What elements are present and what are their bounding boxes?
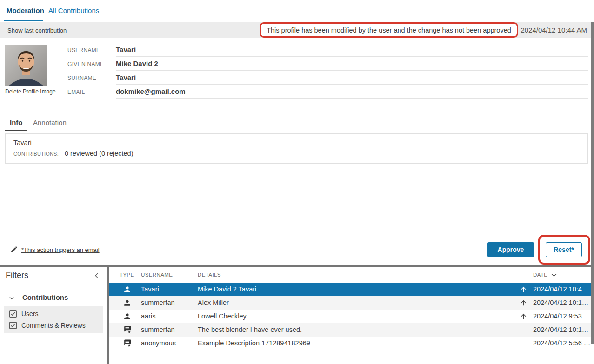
field-row-given-name: GIVEN NAME Mike David 2 (0, 57, 594, 71)
approve-button[interactable]: Approve (487, 242, 534, 257)
table-header: TYPE USERNAME DETAILS DATE (109, 267, 591, 283)
row-username: aaris (141, 310, 155, 323)
warning-text: This profile has been modified by the us… (267, 26, 511, 34)
filter-option-label: Users (21, 310, 39, 318)
email-label: EMAIL (67, 85, 85, 99)
tab-info[interactable]: Info (10, 119, 23, 126)
column-header-type[interactable]: TYPE (120, 272, 134, 278)
row-details: The best blender I have ever used. (198, 323, 302, 337)
column-header-date[interactable]: DATE (533, 272, 547, 278)
arrow-up-icon (520, 299, 527, 307)
username-value[interactable]: Tavari (116, 43, 588, 57)
given-name-label: GIVEN NAME (67, 57, 104, 71)
row-details: Mike David 2 Tavari (198, 283, 256, 296)
filter-option-users[interactable]: Users (4, 309, 103, 320)
contributions-label: CONTRIBUTIONS: (13, 151, 59, 157)
field-row-email: EMAIL dokmike@gmail.com (0, 85, 594, 99)
row-date: 2024/04/12 10:4… (533, 283, 588, 296)
row-username: Tavari (141, 283, 159, 296)
active-subtab-underline (5, 130, 27, 131)
filters-panel: Filters Contributions Users Comments & R… (0, 267, 107, 364)
row-details: Alex Miller (198, 296, 229, 310)
arrow-up-icon (520, 285, 527, 293)
email-trigger-note-link[interactable]: *This action triggers an email (21, 246, 100, 253)
surname-label: SURNAME (67, 71, 96, 85)
edit-pencil-icon (10, 245, 18, 253)
vertical-scrollbar[interactable] (591, 22, 594, 344)
surname-value[interactable]: Tavari (116, 71, 588, 85)
row-date: 2024/04/12 5:56 … (533, 337, 590, 350)
user-type-icon (123, 298, 132, 307)
tab-all-contributions[interactable]: All Contributions (48, 7, 99, 14)
table-row[interactable]: anonymous Example Description 1712894182… (109, 337, 591, 350)
row-date: 2024/04/12 9:53 … (533, 310, 590, 323)
filter-group-label: Contributions (22, 293, 68, 301)
field-row-surname: SURNAME Tavari (0, 71, 594, 85)
row-username: summerfan (141, 323, 175, 337)
reset-button[interactable]: Reset* (546, 242, 582, 257)
profile-modified-warning: This profile has been modified by the us… (260, 22, 518, 38)
show-last-contribution-link[interactable]: Show last contribution (7, 27, 67, 34)
user-type-icon (123, 312, 132, 321)
filter-option-label: Comments & Reviews (21, 322, 86, 329)
contributions-value: 0 reviewed (0 rejected) (65, 150, 133, 157)
comment-type-icon (123, 325, 132, 334)
moderation-page: Moderation All Contributions Show last c… (0, 0, 594, 364)
row-date: 2024/04/12 10:1… (533, 296, 588, 310)
comment-type-icon (123, 339, 132, 348)
filter-group-contributions[interactable]: Contributions (0, 292, 107, 304)
table-row[interactable]: aaris Lowell Checkley 2024/04/12 9:53 … (109, 310, 591, 323)
checked-checkbox-icon[interactable] (9, 322, 17, 329)
username-label: USERNAME (67, 43, 100, 57)
user-type-icon (123, 285, 132, 294)
filter-option-comments-reviews[interactable]: Comments & Reviews (4, 320, 103, 331)
row-username: anonymous (141, 337, 176, 350)
row-date: 2024/04/12 10:1… (533, 323, 588, 337)
user-profile-link[interactable]: Tavari (13, 139, 32, 146)
contribution-timestamp: 2024/04/12 10:44 AM (521, 26, 587, 34)
table-row[interactable]: summerfan The best blender I have ever u… (109, 323, 591, 337)
table-row[interactable]: Tavari Mike David 2 Tavari 2024/04/12 10… (109, 283, 591, 296)
info-panel: Tavari CONTRIBUTIONS: 0 reviewed (0 reje… (5, 133, 588, 164)
sort-descending-icon[interactable] (550, 271, 558, 278)
chevron-down-icon (8, 295, 15, 301)
main-tab-bar: Moderation All Contributions (0, 0, 594, 22)
field-row-username: USERNAME Tavari (0, 43, 594, 57)
column-header-details[interactable]: DETAILS (198, 272, 221, 278)
given-name-value[interactable]: Mike David 2 (116, 57, 588, 71)
arrow-up-icon (520, 312, 527, 320)
row-username: summerfan (141, 296, 175, 310)
row-details: Example Description 1712894182969 (198, 337, 310, 350)
checked-checkbox-icon[interactable] (9, 310, 17, 318)
tab-moderation[interactable]: Moderation (7, 7, 44, 14)
collapse-panel-icon[interactable] (93, 272, 100, 279)
contributions-table: TYPE USERNAME DETAILS DATE Tavari Mike D… (109, 267, 591, 364)
filters-title: Filters (6, 271, 28, 280)
active-tab-underline (4, 20, 43, 21)
row-details: Lowell Checkley (198, 310, 247, 323)
filter-options: Users Comments & Reviews (4, 306, 103, 333)
email-value[interactable]: dokmike@gmail.com (116, 85, 588, 99)
column-header-username[interactable]: USERNAME (141, 272, 173, 278)
status-bar: Show last contribution This profile has … (0, 22, 594, 38)
table-row[interactable]: summerfan Alex Miller 2024/04/12 10:1… (109, 296, 591, 310)
tab-annotation[interactable]: Annotation (33, 119, 67, 126)
